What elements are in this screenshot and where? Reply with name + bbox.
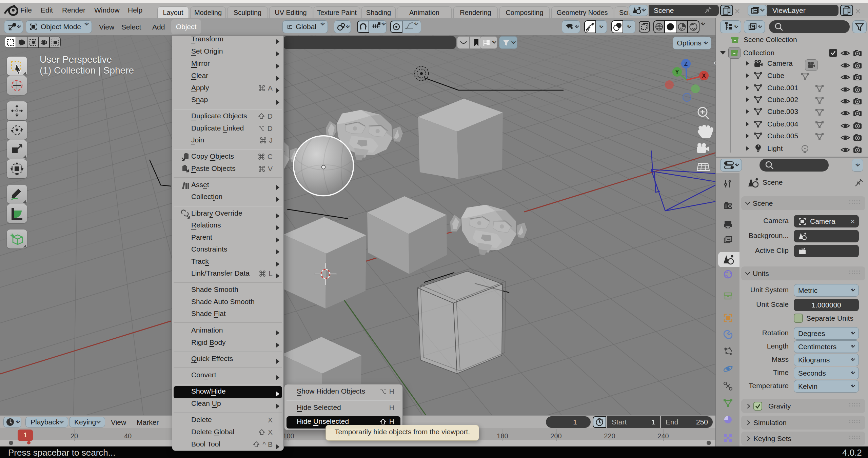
svg-text:Z: Z: [684, 61, 688, 67]
svg-text:Y: Y: [675, 69, 679, 75]
svg-text:X: X: [702, 73, 706, 79]
